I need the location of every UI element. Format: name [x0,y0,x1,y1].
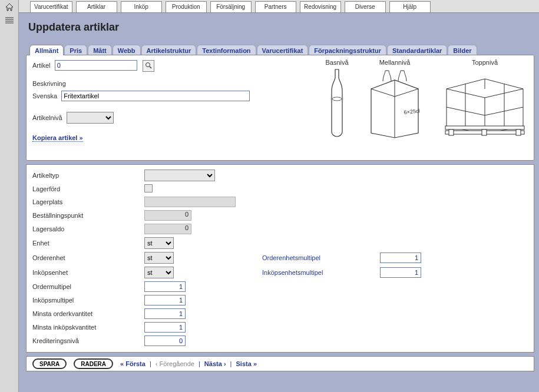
bottle-icon [325,68,349,140]
svg-rect-11 [482,129,487,135]
orderenhetsmultipel-label: Orderenhetsmultipel [262,254,380,261]
orderenhetsmultipel-input[interactable] [380,253,421,263]
minsta-orderkvantitet-input[interactable] [144,308,186,319]
artikeltyp-select[interactable] [144,170,215,181]
tab-textinformation[interactable]: Textinformation [197,45,256,55]
details-panel[interactable]: Artikeltyp Lagerförd Lagerplats Beställn… [26,164,534,353]
artikelniva-label: Artikelnivå [32,114,62,121]
pager-prev[interactable]: ‹ Föregående [156,360,194,367]
enhet-select[interactable]: st [144,237,174,249]
mellanniva-label: Mellannivå [379,59,411,66]
svg-rect-10 [449,129,454,135]
inkopsenhet-select[interactable]: st [144,267,174,278]
menu-forsaljning[interactable]: Försäljning [210,1,252,12]
lagersaldo-label: Lagersaldo [32,225,144,232]
pallet-icon [441,68,529,140]
enhet-label: Enhet [32,240,144,247]
menu-redovisning[interactable]: Redovisning [300,1,341,12]
list-icon[interactable] [5,16,14,25]
lagerford-checkbox[interactable] [144,184,153,192]
artikel-search-button[interactable] [143,60,154,72]
svg-point-4 [146,63,150,67]
svenska-input[interactable] [61,91,250,101]
footer-bar: SPARA RADERA « Första | ‹ Föregående | N… [26,356,534,371]
pager-first[interactable]: « Första [120,360,146,367]
inkopsenhetsmultipel-label: Inköpsenhetsmultipel [262,269,380,276]
tab-forpackningsstruktur[interactable]: Förpackningsstruktur [309,45,386,55]
ordermultipel-input[interactable] [144,281,186,292]
lagerplats-label: Lagerplats [32,198,144,205]
ordermultipel-label: Ordermultipel [32,283,144,290]
menu-produktion[interactable]: Produktion [166,1,207,12]
inkopsenhetsmultipel-input[interactable] [380,267,421,278]
artikel-label: Artikel [32,62,51,69]
pager-next[interactable]: Nästa › [204,360,226,367]
bestallningspunkt-value: 0 [144,210,191,221]
svg-line-5 [150,67,151,68]
orderenhet-label: Orderenhet [32,254,144,261]
basniva-label: Basnivå [325,59,348,66]
tab-strip: Allmänt Pris Mått Webb Artikelstruktur T… [26,42,534,55]
tab-pris[interactable]: Pris [64,45,87,55]
inkopsmultipel-input[interactable] [144,295,186,305]
tab-standardartiklar[interactable]: Standardartiklar [387,45,447,55]
tab-matt[interactable]: Mått [88,45,112,55]
lagersaldo-value: 0 [144,224,191,234]
menu-diverse[interactable]: Diverse [345,1,386,12]
copy-article-link[interactable]: Kopiera artikel » [32,134,83,142]
general-panel: Artikel Beskrivning Svenska Artikelnivå [26,55,534,161]
artikeltyp-label: Artikeltyp [32,172,144,179]
svg-rect-12 [516,129,521,135]
menu-artiklar[interactable]: Artiklar [76,1,117,12]
menu-hjalp[interactable]: Hjälp [389,1,431,12]
minsta-orderkvantitet-label: Minsta orderkvantitet [32,310,144,317]
main-menu: Varucertifikat Artiklar Inköp Produktion… [19,0,539,13]
krediteringsniva-label: Krediteringsnivå [32,337,144,344]
tab-webb[interactable]: Webb [113,45,141,55]
save-button[interactable]: SPARA [32,358,67,369]
minsta-inkopskvantitet-input[interactable] [144,322,186,333]
pager-last[interactable]: Sista » [236,360,257,367]
inkopsenhet-label: Inköpsenhet [32,269,144,276]
multipack-icon: 6×25cl [365,68,424,140]
orderenhet-select[interactable]: st [144,252,174,264]
home-icon[interactable] [5,2,14,12]
svenska-label: Svenska [32,92,57,99]
svg-rect-8 [445,126,524,129]
artikel-input[interactable] [55,60,137,71]
delete-button[interactable]: RADERA [74,358,113,369]
toppniva-label: Toppnivå [472,59,498,66]
tab-allmant[interactable]: Allmänt [29,45,64,55]
lagerford-label: Lagerförd [32,185,144,192]
inkopsmultipel-label: Inköpsmultipel [32,297,144,304]
artikelniva-select[interactable] [67,112,114,124]
beskrivning-label: Beskrivning [32,80,66,87]
tab-artikelstruktur[interactable]: Artikelstruktur [141,45,197,55]
krediteringsniva-input[interactable] [144,335,186,346]
lagerplats-value [144,197,236,207]
page-title: Uppdatera artiklar [28,21,534,34]
tab-bilder[interactable]: Bilder [448,45,477,55]
menu-varucertifikat[interactable]: Varucertifikat [30,1,72,12]
minsta-inkopskvantitet-label: Minsta inköpskvantitet [32,324,144,331]
bestallningspunkt-label: Beställningspunkt [32,212,144,219]
tab-varucertifikat[interactable]: Varucertifikat [257,45,309,55]
menu-partners[interactable]: Partners [255,1,296,12]
menu-inkop[interactable]: Inköp [121,1,162,12]
search-icon [145,62,152,70]
